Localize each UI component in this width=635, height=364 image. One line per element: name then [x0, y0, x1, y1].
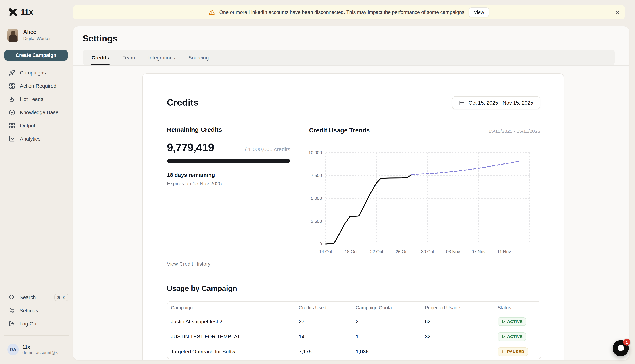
table-row[interactable]: JUSTIN TEST FOR TEMPLAT... 14 1 32 ACTIV…	[167, 329, 541, 344]
col-header-projected-usage: Projected Usage	[425, 305, 498, 310]
tab-team[interactable]: Team	[116, 50, 141, 65]
trends-period: 15/10/2025 - 15/11/2025	[489, 128, 540, 134]
profile-role: Digital Worker	[23, 36, 51, 41]
usage-table: Campaign Credits Used Campaign Quota Pro…	[167, 301, 541, 359]
sidebar-item-search[interactable]: Search ⌘ K	[0, 290, 74, 304]
view-credit-history-link[interactable]: View Credit History	[167, 261, 210, 267]
svg-text:2,500: 2,500	[311, 219, 322, 224]
brand-logo[interactable]: 11x	[8, 7, 33, 17]
cell-campaign: Targeted Outreach for Softw...	[171, 348, 299, 354]
credits-progress-fill	[167, 159, 290, 162]
dashboard-icon	[9, 83, 15, 89]
pause-icon	[501, 350, 505, 354]
status-badge: PAUSED	[498, 347, 528, 356]
col-header-credits-used: Credits Used	[299, 305, 356, 310]
credits-card: Credits Oct 15, 2025 - Nov 15, 2025 Rema…	[142, 74, 564, 360]
svg-text:5,000: 5,000	[311, 196, 322, 201]
account-avatar: DA	[7, 344, 19, 355]
banner-message: One or more LinkedIn accounts have been …	[219, 10, 464, 15]
col-header-status: Status	[498, 305, 541, 310]
chat-widget-button[interactable]: 1	[612, 340, 629, 356]
sidebar-item-action-required[interactable]: Action Required	[0, 79, 74, 92]
brand-logo-icon	[8, 7, 18, 17]
svg-text:0: 0	[320, 242, 322, 246]
rocket-icon	[9, 70, 15, 76]
main-panel: Settings Credits Team Integrations Sourc…	[73, 26, 629, 360]
cell-credits-used: 7,175	[299, 348, 356, 354]
cell-quota: 1,036	[356, 348, 425, 354]
page-title: Settings	[83, 34, 117, 44]
cell-quota: 2	[356, 318, 425, 324]
account-switcher[interactable]: DA 11x demo_account@s...	[7, 344, 62, 355]
sidebar-item-label: Settings	[20, 308, 38, 313]
sidebar-item-logout[interactable]: Log Out	[0, 317, 74, 330]
svg-text:22 Oct: 22 Oct	[370, 249, 383, 254]
status-badge: ACTIVE	[498, 317, 526, 326]
expires-text: Expires on 15 Nov 2025	[167, 180, 290, 186]
create-campaign-button[interactable]: Create Campaign	[5, 50, 68, 60]
cell-projected: 62	[425, 318, 498, 324]
svg-text:7,500: 7,500	[311, 173, 322, 178]
sidebar-item-label: Analytics	[20, 136, 40, 142]
brand-logo-text: 11x	[21, 7, 33, 17]
flame-icon	[9, 96, 15, 102]
date-range-picker[interactable]: Oct 15, 2025 - Nov 15, 2025	[452, 96, 540, 109]
remaining-credits-value: 9,779,419	[167, 141, 214, 154]
sidebar-item-label: Knowledge Base	[20, 109, 58, 115]
usage-by-campaign-heading: Usage by Campaign	[167, 284, 237, 293]
svg-text:03 Nov: 03 Nov	[446, 249, 460, 254]
days-remaining: 18 days remaining	[167, 172, 290, 178]
svg-text:26 Oct: 26 Oct	[395, 249, 409, 254]
sidebar-bottom: Search ⌘ K Settings Log Out	[0, 290, 74, 330]
sidebar-item-output[interactable]: Output	[0, 119, 74, 132]
sidebar-item-label: Search	[20, 294, 36, 300]
sidebar-item-knowledge-base[interactable]: Knowledge Base	[0, 106, 74, 119]
unread-count-badge: 1	[623, 339, 630, 346]
chart-line-icon	[9, 136, 15, 142]
calendar-icon	[459, 100, 465, 106]
sidebar-item-label: Campaigns	[20, 70, 46, 76]
cell-projected: --	[425, 348, 498, 354]
remaining-credits-block: Remaining Credits 9,779,419 / 1,000,000 …	[167, 126, 290, 186]
settings-tabbar: Credits Team Integrations Sourcing	[83, 50, 615, 65]
credits-progress-bar	[167, 159, 290, 162]
sidebar: 11x Alice Digital Worker Create Campaign…	[0, 0, 74, 364]
brain-icon	[9, 109, 15, 116]
tab-credits[interactable]: Credits	[85, 50, 116, 65]
grid-icon	[9, 122, 15, 128]
sidebar-item-settings[interactable]: Settings	[0, 304, 74, 317]
credits-heading: Credits	[167, 97, 198, 108]
linkedin-warning-banner: One or more LinkedIn accounts have been …	[73, 5, 625, 20]
column-divider	[300, 118, 300, 264]
remaining-credits-heading: Remaining Credits	[167, 126, 290, 134]
sidebar-item-hot-leads[interactable]: Hot Leads	[0, 92, 74, 106]
tab-integrations[interactable]: Integrations	[142, 50, 182, 65]
warning-triangle-icon	[208, 9, 215, 16]
cell-quota: 1	[356, 334, 425, 340]
sidebar-item-label: Output	[20, 122, 35, 128]
account-name: 11x	[23, 344, 62, 350]
svg-text:11 Nov: 11 Nov	[497, 249, 511, 254]
avatar	[7, 28, 18, 42]
logout-icon	[9, 321, 15, 326]
sliders-icon	[9, 308, 15, 313]
cell-projected: 32	[425, 334, 498, 340]
sidebar-divider	[5, 336, 69, 336]
tab-sourcing[interactable]: Sourcing	[182, 50, 215, 65]
svg-text:18 Oct: 18 Oct	[344, 249, 358, 254]
table-row[interactable]: Targeted Outreach for Softw... 7,175 1,0…	[167, 344, 541, 359]
sidebar-item-label: Hot Leads	[20, 96, 43, 102]
banner-view-button[interactable]: View	[469, 7, 489, 17]
chat-bubble-icon	[616, 344, 625, 353]
cell-campaign: JUSTIN TEST FOR TEMPLAT...	[171, 334, 299, 340]
date-range-value: Oct 15, 2025 - Nov 15, 2025	[469, 100, 533, 106]
account-email: demo_account@s...	[23, 350, 62, 355]
profile-name: Alice	[23, 28, 51, 35]
close-icon[interactable]	[614, 10, 620, 16]
sidebar-item-label: Action Required	[20, 83, 56, 89]
table-row[interactable]: Justin AI snippet test 2 27 2 62 ACTIVE	[167, 314, 541, 329]
sidebar-item-campaigns[interactable]: Campaigns	[0, 66, 74, 79]
profile: Alice Digital Worker	[7, 28, 51, 42]
sidebar-item-analytics[interactable]: Analytics	[0, 132, 74, 145]
status-badge: ACTIVE	[498, 332, 526, 341]
